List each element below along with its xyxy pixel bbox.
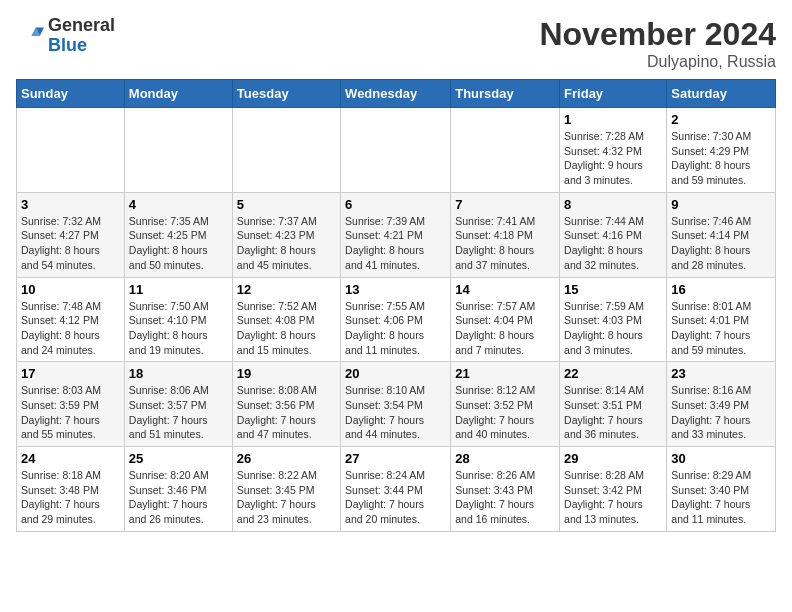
location-title: Dulyapino, Russia	[539, 53, 776, 71]
calendar-cell: 6Sunrise: 7:39 AMSunset: 4:21 PMDaylight…	[341, 192, 451, 277]
day-info: Sunrise: 7:41 AMSunset: 4:18 PMDaylight:…	[455, 214, 555, 273]
day-info: Sunrise: 7:39 AMSunset: 4:21 PMDaylight:…	[345, 214, 446, 273]
day-info: Sunrise: 7:28 AMSunset: 4:32 PMDaylight:…	[564, 129, 662, 188]
logo-text: General Blue	[48, 16, 115, 56]
day-info: Sunrise: 7:37 AMSunset: 4:23 PMDaylight:…	[237, 214, 336, 273]
day-number: 10	[21, 282, 120, 297]
calendar-cell	[341, 108, 451, 193]
logo-general-text: General	[48, 16, 115, 36]
day-number: 17	[21, 366, 120, 381]
logo: General Blue	[16, 16, 115, 56]
calendar-cell: 27Sunrise: 8:24 AMSunset: 3:44 PMDayligh…	[341, 447, 451, 532]
calendar-cell: 20Sunrise: 8:10 AMSunset: 3:54 PMDayligh…	[341, 362, 451, 447]
calendar-cell: 2Sunrise: 7:30 AMSunset: 4:29 PMDaylight…	[667, 108, 776, 193]
day-number: 12	[237, 282, 336, 297]
day-of-week-header: Tuesday	[232, 80, 340, 108]
calendar-cell: 15Sunrise: 7:59 AMSunset: 4:03 PMDayligh…	[560, 277, 667, 362]
calendar-cell: 26Sunrise: 8:22 AMSunset: 3:45 PMDayligh…	[232, 447, 340, 532]
day-number: 5	[237, 197, 336, 212]
calendar-week-row: 1Sunrise: 7:28 AMSunset: 4:32 PMDaylight…	[17, 108, 776, 193]
calendar-cell: 18Sunrise: 8:06 AMSunset: 3:57 PMDayligh…	[124, 362, 232, 447]
calendar-cell	[451, 108, 560, 193]
calendar-week-row: 10Sunrise: 7:48 AMSunset: 4:12 PMDayligh…	[17, 277, 776, 362]
calendar-cell: 5Sunrise: 7:37 AMSunset: 4:23 PMDaylight…	[232, 192, 340, 277]
day-info: Sunrise: 8:26 AMSunset: 3:43 PMDaylight:…	[455, 468, 555, 527]
day-info: Sunrise: 7:48 AMSunset: 4:12 PMDaylight:…	[21, 299, 120, 358]
calendar-cell: 14Sunrise: 7:57 AMSunset: 4:04 PMDayligh…	[451, 277, 560, 362]
calendar-cell: 23Sunrise: 8:16 AMSunset: 3:49 PMDayligh…	[667, 362, 776, 447]
calendar-cell: 16Sunrise: 8:01 AMSunset: 4:01 PMDayligh…	[667, 277, 776, 362]
day-info: Sunrise: 8:20 AMSunset: 3:46 PMDaylight:…	[129, 468, 228, 527]
calendar-cell	[17, 108, 125, 193]
day-info: Sunrise: 7:35 AMSunset: 4:25 PMDaylight:…	[129, 214, 228, 273]
day-info: Sunrise: 8:28 AMSunset: 3:42 PMDaylight:…	[564, 468, 662, 527]
header: General Blue November 2024 Dulyapino, Ru…	[16, 16, 776, 71]
day-of-week-header: Monday	[124, 80, 232, 108]
day-number: 29	[564, 451, 662, 466]
calendar-cell	[124, 108, 232, 193]
day-info: Sunrise: 8:03 AMSunset: 3:59 PMDaylight:…	[21, 383, 120, 442]
day-info: Sunrise: 8:29 AMSunset: 3:40 PMDaylight:…	[671, 468, 771, 527]
day-info: Sunrise: 7:44 AMSunset: 4:16 PMDaylight:…	[564, 214, 662, 273]
calendar-cell: 17Sunrise: 8:03 AMSunset: 3:59 PMDayligh…	[17, 362, 125, 447]
calendar-cell: 10Sunrise: 7:48 AMSunset: 4:12 PMDayligh…	[17, 277, 125, 362]
day-info: Sunrise: 8:06 AMSunset: 3:57 PMDaylight:…	[129, 383, 228, 442]
calendar-cell: 29Sunrise: 8:28 AMSunset: 3:42 PMDayligh…	[560, 447, 667, 532]
month-title: November 2024	[539, 16, 776, 53]
day-number: 18	[129, 366, 228, 381]
day-number: 25	[129, 451, 228, 466]
day-number: 26	[237, 451, 336, 466]
day-info: Sunrise: 7:52 AMSunset: 4:08 PMDaylight:…	[237, 299, 336, 358]
logo-icon	[16, 22, 44, 50]
day-info: Sunrise: 8:16 AMSunset: 3:49 PMDaylight:…	[671, 383, 771, 442]
day-number: 7	[455, 197, 555, 212]
day-of-week-header: Saturday	[667, 80, 776, 108]
day-number: 9	[671, 197, 771, 212]
calendar-cell: 9Sunrise: 7:46 AMSunset: 4:14 PMDaylight…	[667, 192, 776, 277]
calendar-cell: 30Sunrise: 8:29 AMSunset: 3:40 PMDayligh…	[667, 447, 776, 532]
calendar-cell: 21Sunrise: 8:12 AMSunset: 3:52 PMDayligh…	[451, 362, 560, 447]
day-of-week-header: Thursday	[451, 80, 560, 108]
day-number: 11	[129, 282, 228, 297]
calendar-body: 1Sunrise: 7:28 AMSunset: 4:32 PMDaylight…	[17, 108, 776, 532]
day-of-week-header: Sunday	[17, 80, 125, 108]
calendar-cell: 8Sunrise: 7:44 AMSunset: 4:16 PMDaylight…	[560, 192, 667, 277]
day-number: 6	[345, 197, 446, 212]
day-info: Sunrise: 8:22 AMSunset: 3:45 PMDaylight:…	[237, 468, 336, 527]
calendar-header-row: SundayMondayTuesdayWednesdayThursdayFrid…	[17, 80, 776, 108]
calendar-week-row: 17Sunrise: 8:03 AMSunset: 3:59 PMDayligh…	[17, 362, 776, 447]
calendar-week-row: 24Sunrise: 8:18 AMSunset: 3:48 PMDayligh…	[17, 447, 776, 532]
day-number: 24	[21, 451, 120, 466]
day-info: Sunrise: 8:10 AMSunset: 3:54 PMDaylight:…	[345, 383, 446, 442]
day-number: 14	[455, 282, 555, 297]
calendar-cell: 13Sunrise: 7:55 AMSunset: 4:06 PMDayligh…	[341, 277, 451, 362]
logo-blue-text: Blue	[48, 36, 115, 56]
calendar-cell: 19Sunrise: 8:08 AMSunset: 3:56 PMDayligh…	[232, 362, 340, 447]
calendar-cell: 11Sunrise: 7:50 AMSunset: 4:10 PMDayligh…	[124, 277, 232, 362]
day-number: 22	[564, 366, 662, 381]
calendar-cell: 24Sunrise: 8:18 AMSunset: 3:48 PMDayligh…	[17, 447, 125, 532]
day-number: 1	[564, 112, 662, 127]
day-number: 4	[129, 197, 228, 212]
day-info: Sunrise: 7:32 AMSunset: 4:27 PMDaylight:…	[21, 214, 120, 273]
day-number: 19	[237, 366, 336, 381]
calendar-cell: 1Sunrise: 7:28 AMSunset: 4:32 PMDaylight…	[560, 108, 667, 193]
day-info: Sunrise: 8:18 AMSunset: 3:48 PMDaylight:…	[21, 468, 120, 527]
calendar-cell: 7Sunrise: 7:41 AMSunset: 4:18 PMDaylight…	[451, 192, 560, 277]
calendar-cell: 3Sunrise: 7:32 AMSunset: 4:27 PMDaylight…	[17, 192, 125, 277]
day-number: 20	[345, 366, 446, 381]
day-info: Sunrise: 7:59 AMSunset: 4:03 PMDaylight:…	[564, 299, 662, 358]
day-number: 3	[21, 197, 120, 212]
day-number: 2	[671, 112, 771, 127]
day-info: Sunrise: 8:14 AMSunset: 3:51 PMDaylight:…	[564, 383, 662, 442]
calendar-cell	[232, 108, 340, 193]
day-info: Sunrise: 7:50 AMSunset: 4:10 PMDaylight:…	[129, 299, 228, 358]
calendar-cell: 12Sunrise: 7:52 AMSunset: 4:08 PMDayligh…	[232, 277, 340, 362]
day-number: 13	[345, 282, 446, 297]
day-number: 15	[564, 282, 662, 297]
calendar-cell: 4Sunrise: 7:35 AMSunset: 4:25 PMDaylight…	[124, 192, 232, 277]
day-number: 28	[455, 451, 555, 466]
day-info: Sunrise: 8:24 AMSunset: 3:44 PMDaylight:…	[345, 468, 446, 527]
calendar-cell: 28Sunrise: 8:26 AMSunset: 3:43 PMDayligh…	[451, 447, 560, 532]
day-of-week-header: Wednesday	[341, 80, 451, 108]
